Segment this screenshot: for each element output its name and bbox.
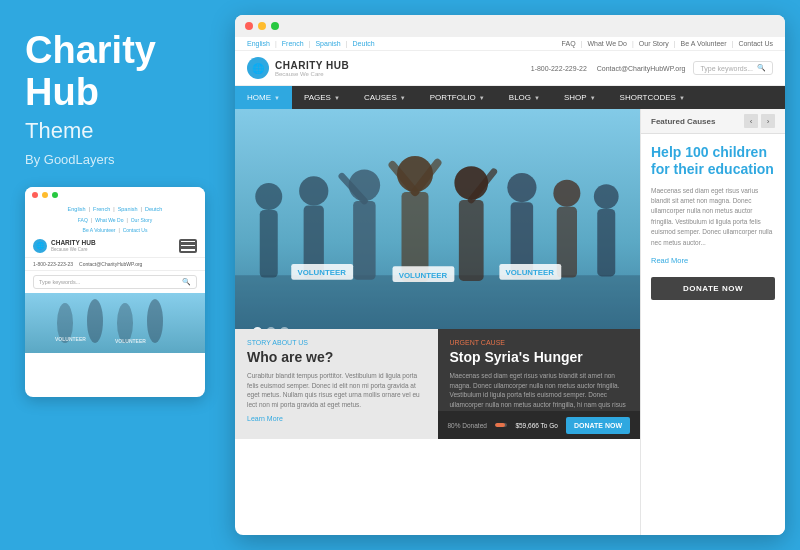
svg-rect-24 <box>597 209 615 277</box>
mobile-lang-bar: English | French | Spanish | Deutch <box>25 203 205 215</box>
desktop-search-icon: 🔍 <box>757 64 766 72</box>
desktop-lang-french[interactable]: French <box>282 40 304 47</box>
bottom-cause-section: Urgent Cause Stop Syria's Hunger Maecena… <box>438 329 641 439</box>
svg-point-4 <box>147 299 163 343</box>
nav-portfolio[interactable]: PORTFOLIO ▼ <box>418 86 497 109</box>
desktop-header: 🌐 CHARITY HUB Because We Care 1-800-222-… <box>235 51 785 86</box>
svg-point-2 <box>87 299 103 343</box>
nav-blog[interactable]: BLOG ▼ <box>497 86 552 109</box>
desktop-globe-icon: 🌐 <box>247 57 269 79</box>
mobile-faq-link[interactable]: FAQ <box>78 217 88 223</box>
sidebar-arrows: ‹ › <box>744 114 775 128</box>
nav-causes[interactable]: CAUSES ▼ <box>352 86 418 109</box>
mobile-phone: 1-800-223-223-23 <box>33 261 73 267</box>
mobile-hamburger-icon[interactable] <box>179 239 197 253</box>
desktop-ourstory-link[interactable]: Our Story <box>639 40 669 47</box>
nav-causes-caret: ▼ <box>400 95 406 101</box>
cause-label: Urgent Cause <box>450 339 629 346</box>
desktop-top-links: FAQ | What We Do | Our Story | Be A Volu… <box>562 40 773 47</box>
svg-text:VOLUNTEER: VOLUNTEER <box>55 336 86 342</box>
mobile-lang-sep1: | <box>89 206 90 212</box>
mobile-lang-deutch[interactable]: Deutch <box>145 206 162 212</box>
svg-rect-10 <box>260 210 278 278</box>
mobile-whatwedo-link[interactable]: What We Do <box>95 217 123 223</box>
svg-point-11 <box>299 176 328 205</box>
mobile-search-bar[interactable]: Type keywords... 🔍 <box>33 275 197 289</box>
mobile-lang-english[interactable]: English <box>68 206 86 212</box>
mobile-logo-text: CHARITY HUB <box>51 239 96 247</box>
desktop-lang-deutch[interactable]: Deutch <box>353 40 375 47</box>
desktop-header-right: 1-800-222-229-22 Contact@CharityHubWP.or… <box>531 61 773 75</box>
bottom-story-section: Story About Us Who are we? Curabitur bla… <box>235 329 438 439</box>
story-read-more[interactable]: Learn More <box>247 415 426 422</box>
progress-amount: $59,666 To Go <box>515 422 558 429</box>
desktop-lang-english[interactable]: English <box>247 40 270 47</box>
mobile-lang-french[interactable]: French <box>93 206 110 212</box>
nav-shop[interactable]: SHOP ▼ <box>552 86 608 109</box>
progress-track <box>495 423 507 427</box>
mobile-logo-tagline: Because We Care <box>51 247 96 252</box>
nav-home-caret: ▼ <box>274 95 280 101</box>
nav-pages-caret: ▼ <box>334 95 340 101</box>
desktop-top-bar: English | French | Spanish | Deutch FAQ … <box>235 37 785 51</box>
sidebar-cause-title: Help 100 children for their education <box>651 144 775 178</box>
app-subtitle: Theme <box>25 118 205 144</box>
desktop-dot-green <box>271 22 279 30</box>
svg-text:VOLUNTEER: VOLUNTEER <box>399 271 448 280</box>
mobile-ourstory-link[interactable]: Our Story <box>131 217 152 223</box>
mobile-lang-sep3: | <box>141 206 142 212</box>
svg-rect-18 <box>459 200 484 281</box>
mobile-header: 🌐 CHARITY HUB Because We Care <box>25 235 205 258</box>
mobile-email: Contact@CharityHubWP.org <box>79 261 142 267</box>
desktop-window-dots <box>235 15 785 37</box>
bottom-sections: Story About Us Who are we? Curabitur bla… <box>235 329 640 439</box>
sidebar-donate-button[interactable]: DONATE NOW <box>651 277 775 300</box>
sidebar-next-arrow[interactable]: › <box>761 114 775 128</box>
mobile-search-input[interactable]: Type keywords... <box>39 279 182 285</box>
hero-image: VOLUNTEER VOLUNTEER VOLUNTEER <box>235 109 640 329</box>
sidebar-read-more[interactable]: Read More <box>651 256 775 265</box>
mobile-hero-image: VOLUNTEER VOLUNTEER <box>25 293 205 353</box>
mobile-lang-sep2: | <box>113 206 114 212</box>
svg-text:VOLUNTEER: VOLUNTEER <box>297 268 346 277</box>
sidebar-cause-text: Maecenas sed diam eget risus varius blan… <box>651 186 775 248</box>
story-title: Who are we? <box>247 349 426 366</box>
svg-text:VOLUNTEER: VOLUNTEER <box>115 338 146 344</box>
desktop-dot-red <box>245 22 253 30</box>
hero-section: VOLUNTEER VOLUNTEER VOLUNTEER Story Abou… <box>235 109 640 535</box>
desktop-mockup: English | French | Spanish | Deutch FAQ … <box>235 15 785 535</box>
svg-point-23 <box>594 184 619 209</box>
desktop-contact-link[interactable]: Contact Us <box>738 40 773 47</box>
desktop-email: Contact@CharityHubWP.org <box>597 65 686 72</box>
mobile-volunteer-link[interactable]: Be A Volunteer <box>83 227 116 233</box>
left-panel: Charity Hub Theme By GoodLayers English … <box>0 0 230 550</box>
desktop-whatwedo-link[interactable]: What We Do <box>587 40 627 47</box>
nav-shortcodes[interactable]: SHORTCODES ▼ <box>608 86 697 109</box>
sidebar-prev-arrow[interactable]: ‹ <box>744 114 758 128</box>
mobile-people-image: VOLUNTEER VOLUNTEER <box>25 293 205 353</box>
mobile-links-bar: FAQ | What We Do | Our Story <box>25 215 205 225</box>
desktop-search-text: Type keywords... <box>700 65 753 72</box>
mobile-dot-red <box>32 192 38 198</box>
nav-shortcodes-caret: ▼ <box>679 95 685 101</box>
desktop-logo-tagline: Because We Care <box>275 71 349 77</box>
desktop-search-box[interactable]: Type keywords... 🔍 <box>693 61 773 75</box>
mobile-contact-link[interactable]: Contact Us <box>123 227 148 233</box>
nav-shop-caret: ▼ <box>590 95 596 101</box>
desktop-faq-link[interactable]: FAQ <box>562 40 576 47</box>
svg-point-21 <box>553 180 580 207</box>
nav-blog-caret: ▼ <box>534 95 540 101</box>
mobile-lang-spanish[interactable]: Spanish <box>118 206 138 212</box>
mobile-logo-icon: 🌐 <box>33 239 47 253</box>
nav-pages[interactable]: PAGES ▼ <box>292 86 352 109</box>
svg-rect-14 <box>353 201 376 280</box>
desktop-lang-spanish[interactable]: Spanish <box>315 40 340 47</box>
story-label: Story About Us <box>247 339 426 346</box>
nav-portfolio-caret: ▼ <box>479 95 485 101</box>
bottom-donate-button[interactable]: DONATE NOW <box>566 417 630 434</box>
nav-home[interactable]: HOME ▼ <box>235 86 292 109</box>
svg-rect-0 <box>25 293 205 353</box>
progress-bar-wrapper: 80% Donated $59,666 To Go DONATE NOW <box>438 411 641 439</box>
desktop-volunteer-link[interactable]: Be A Volunteer <box>681 40 727 47</box>
desktop-nav: HOME ▼ PAGES ▼ CAUSES ▼ PORTFOLIO ▼ BLOG… <box>235 86 785 109</box>
